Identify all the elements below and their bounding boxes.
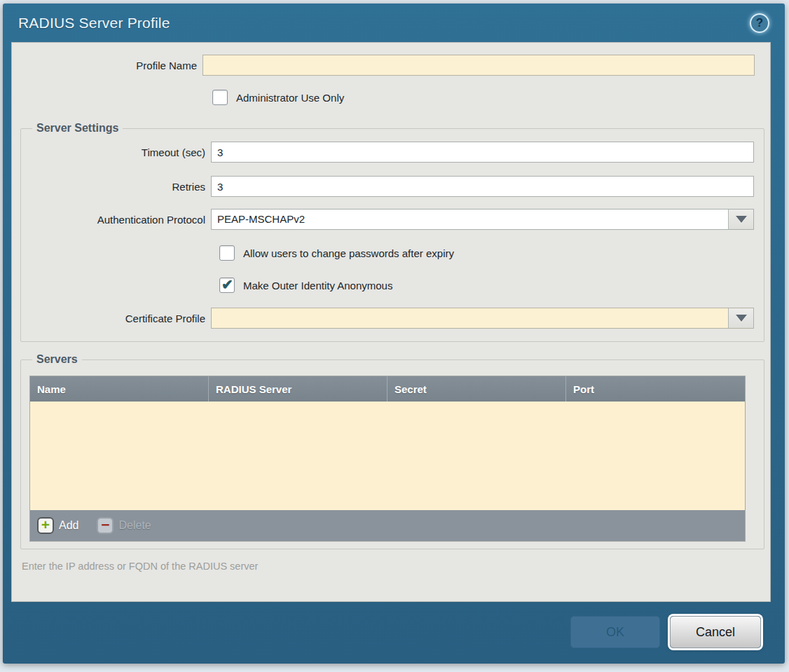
servers-table-toolbar: + Add − Delete (30, 510, 745, 541)
column-header-radius-server[interactable]: RADIUS Server (209, 376, 387, 402)
certificate-profile-dropdown-button[interactable] (728, 308, 753, 328)
admin-use-only-label: Administrator Use Only (236, 92, 344, 104)
allow-password-change-row: Allow users to change passwords after ex… (219, 245, 754, 261)
servers-fieldset: Servers NameRADIUS ServerSecretPort + Ad… (20, 353, 764, 549)
outer-identity-row: Make Outer Identity Anonymous (219, 277, 754, 293)
server-settings-legend: Server Settings (32, 122, 123, 135)
page-background: { "window": { "title": "RADIUS Server Pr… (0, 0, 789, 672)
certificate-profile-row: Certificate Profile (21, 308, 754, 329)
dialog-title: RADIUS Server Profile (18, 15, 170, 32)
add-server-button[interactable]: + Add (37, 517, 78, 534)
column-header-secret[interactable]: Secret (387, 376, 566, 402)
retries-input[interactable] (211, 176, 754, 197)
ok-button[interactable]: OK (570, 616, 660, 648)
allow-password-change-label: Allow users to change passwords after ex… (243, 247, 454, 259)
certificate-profile-dropdown[interactable] (211, 308, 754, 329)
timeout-row: Timeout (sec) (21, 142, 754, 163)
profile-name-input[interactable] (203, 55, 755, 76)
servers-legend: Servers (32, 353, 82, 366)
auth-protocol-label: Authentication Protocol (21, 214, 211, 226)
radius-server-hint-text: Enter the IP address or FQDN of the RADI… (22, 561, 762, 572)
cancel-button[interactable]: Cancel (670, 616, 761, 648)
certificate-profile-label: Certificate Profile (21, 313, 211, 324)
retries-row: Retries (21, 176, 754, 197)
retries-label: Retries (21, 181, 211, 193)
auth-protocol-row: Authentication Protocol PEAP-MSCHAPv2 (21, 209, 754, 230)
admin-use-only-checkbox[interactable] (212, 90, 228, 105)
dialog-footer: OK Cancel (570, 616, 761, 648)
servers-table-body[interactable] (30, 402, 745, 510)
servers-table: NameRADIUS ServerSecretPort + Add − Dele… (29, 376, 746, 542)
auth-protocol-dropdown[interactable]: PEAP-MSCHAPv2 (211, 209, 754, 230)
radius-server-profile-dialog: RADIUS Server Profile ? Profile Name Adm… (3, 4, 785, 664)
delete-button-label: Delete (118, 519, 151, 532)
minus-icon: − (97, 517, 114, 534)
column-header-name[interactable]: Name (30, 376, 209, 402)
outer-identity-label: Make Outer Identity Anonymous (243, 280, 392, 292)
dialog-titlebar: RADIUS Server Profile ? (3, 4, 785, 42)
help-icon[interactable]: ? (750, 13, 769, 33)
plus-icon: + (37, 517, 54, 534)
profile-name-row: Profile Name (12, 55, 770, 76)
auth-protocol-value: PEAP-MSCHAPv2 (212, 210, 728, 229)
admin-use-only-row: Administrator Use Only (212, 90, 770, 105)
delete-server-button[interactable]: − Delete (97, 517, 151, 534)
allow-password-change-checkbox[interactable] (219, 245, 235, 261)
dialog-content-panel: Profile Name Administrator Use Only Serv… (11, 42, 771, 602)
servers-table-header: NameRADIUS ServerSecretPort (30, 376, 745, 402)
outer-identity-checkbox[interactable] (219, 277, 235, 293)
certificate-profile-value (212, 308, 728, 328)
auth-protocol-dropdown-button[interactable] (728, 210, 753, 229)
add-button-label: Add (59, 519, 78, 532)
timeout-input[interactable] (211, 142, 754, 163)
column-header-port[interactable]: Port (566, 376, 745, 402)
chevron-down-icon (736, 315, 747, 322)
server-settings-fieldset: Server Settings Timeout (sec) Retries Au… (20, 122, 764, 342)
timeout-label: Timeout (sec) (21, 146, 211, 158)
chevron-down-icon (736, 216, 747, 223)
profile-name-label: Profile Name (12, 60, 203, 71)
